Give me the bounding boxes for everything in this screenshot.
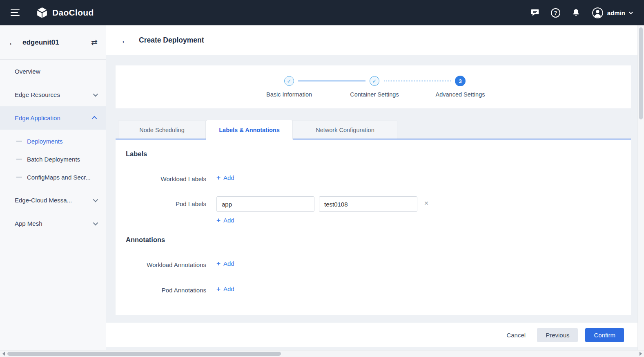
- tab-bar: Node Scheduling Labels & Annotations Net…: [116, 120, 631, 139]
- sidebar-item-label: Overview: [15, 68, 40, 75]
- page-title: Create Deployment: [139, 36, 204, 45]
- pod-annotations-label: Pod Annotations: [116, 287, 206, 294]
- tab-node-scheduling[interactable]: Node Scheduling: [118, 121, 206, 139]
- tab-labels-annotations[interactable]: Labels & Annotations: [206, 120, 293, 139]
- add-label-text: Add: [223, 285, 234, 292]
- user-name: admin: [607, 9, 625, 16]
- page-back-icon[interactable]: ←: [121, 36, 129, 45]
- screen: DaoCloud ?: [0, 0, 644, 357]
- step-connector-dotted: [384, 81, 451, 81]
- plus-icon: +: [216, 217, 221, 224]
- plus-icon: +: [216, 174, 221, 181]
- messages-icon[interactable]: [530, 8, 540, 18]
- workload-labels-label: Workload Labels: [116, 175, 206, 182]
- horizontal-scrollbar[interactable]: [0, 350, 644, 357]
- switch-workspace-icon[interactable]: ⇄: [91, 38, 98, 46]
- sidebar-item-label: Deployments: [27, 138, 63, 145]
- horizontal-scrollbar-thumb[interactable]: [7, 352, 281, 356]
- step-connector-solid: [298, 81, 365, 81]
- sidebar-item-label: Edge-Cloud Messa...: [15, 197, 72, 204]
- add-pod-annotation-button[interactable]: + Add: [216, 285, 234, 292]
- add-workload-annotation-button[interactable]: + Add: [216, 260, 234, 267]
- add-pod-label-button[interactable]: + Add: [216, 217, 234, 224]
- sidebar-item-deployments[interactable]: Deployments: [0, 132, 106, 150]
- daocloud-logo-icon: [36, 7, 48, 19]
- check-icon: ✓: [287, 78, 292, 84]
- notifications-bell-icon[interactable]: [571, 8, 581, 18]
- sidebar-header: ← edgeunit01 ⇄: [0, 25, 106, 60]
- previous-button[interactable]: Previous: [537, 328, 578, 342]
- sidebar-item-label: ConfigMaps and Secr...: [27, 174, 91, 181]
- avatar-icon: [592, 7, 604, 19]
- chevron-down-icon: [93, 92, 98, 97]
- add-label-text: Add: [223, 174, 234, 181]
- tab-network-configuration[interactable]: Network Configuration: [293, 121, 397, 139]
- page-header: ← Create Deployment: [106, 25, 637, 55]
- user-menu[interactable]: admin: [592, 7, 632, 19]
- pod-label-value-input[interactable]: [319, 196, 417, 212]
- dash-icon: [16, 177, 22, 177]
- sidebar-item-label: Edge Application: [15, 115, 60, 121]
- plus-icon: +: [216, 285, 221, 292]
- sidebar-item-label: Batch Deployments: [27, 156, 80, 163]
- add-label-text: Add: [223, 260, 234, 267]
- footer-actions: Cancel Previous Confirm: [106, 323, 637, 347]
- labels-annotations-panel: Labels Workload Labels + Add Pod Labels …: [116, 139, 631, 315]
- help-icon[interactable]: ?: [551, 8, 560, 18]
- step-1-label: Basic Information: [266, 91, 312, 98]
- plus-icon: +: [216, 260, 221, 267]
- pod-labels-label: Pod Labels: [116, 200, 206, 207]
- brand-name: DaoCloud: [52, 8, 94, 18]
- sidebar-item-edge-cloud-message[interactable]: Edge-Cloud Messa...: [0, 189, 106, 212]
- workspace-name: edgeunit01: [22, 38, 59, 47]
- annotations-section-title: Annotations: [126, 236, 165, 244]
- sidebar-item-overview[interactable]: Overview: [0, 60, 106, 83]
- check-icon: ✓: [372, 78, 377, 84]
- edge-application-submenu: Deployments Batch Deployments ConfigMaps…: [0, 130, 106, 189]
- remove-pod-label-icon[interactable]: ×: [422, 199, 431, 208]
- sidebar-back-icon[interactable]: ←: [8, 38, 17, 47]
- labels-section-title: Labels: [126, 150, 147, 158]
- top-header: DaoCloud ?: [0, 0, 644, 25]
- user-chevron-down-icon[interactable]: [629, 10, 633, 14]
- vertical-scrollbar[interactable]: [637, 25, 644, 350]
- cancel-button[interactable]: Cancel: [502, 328, 530, 342]
- step-2-label: Container Settings: [350, 91, 399, 98]
- hamburger-menu-icon[interactable]: [11, 9, 20, 16]
- chevron-down-icon: [93, 220, 98, 226]
- sidebar: ← edgeunit01 ⇄ Overview Edge Resources E…: [0, 25, 106, 350]
- sidebar-nav: Overview Edge Resources Edge Application…: [0, 60, 106, 235]
- scroll-right-arrow[interactable]: [637, 350, 644, 357]
- dash-icon: [16, 141, 22, 141]
- step-1-done-icon: ✓: [284, 76, 294, 86]
- add-workload-label-button[interactable]: + Add: [216, 174, 234, 181]
- workload-annotations-label: Workload Annotations: [116, 261, 206, 268]
- sidebar-item-label: App Mesh: [15, 220, 42, 227]
- brand: DaoCloud: [36, 7, 94, 19]
- dash-icon: [16, 159, 22, 159]
- main-content: ← Create Deployment ✓ ✓ 3 Basic Informat…: [106, 25, 637, 350]
- chevron-up-icon: [92, 116, 97, 121]
- scroll-left-arrow[interactable]: [0, 350, 7, 357]
- sidebar-item-label: Edge Resources: [15, 91, 60, 98]
- step-2-done-icon: ✓: [370, 76, 379, 86]
- chevron-down-icon: [93, 197, 98, 202]
- step-3-label: Advanced Settings: [436, 91, 485, 98]
- top-actions: ? admin: [530, 7, 632, 19]
- vertical-scrollbar-thumb[interactable]: [639, 27, 643, 119]
- add-label-text: Add: [223, 217, 234, 224]
- step-number: 3: [459, 78, 461, 84]
- stepper: ✓ ✓ 3 Basic Information Container Settin…: [116, 65, 631, 108]
- sidebar-item-configmaps-secrets[interactable]: ConfigMaps and Secr...: [0, 168, 106, 186]
- sidebar-item-edge-resources[interactable]: Edge Resources: [0, 83, 106, 106]
- sidebar-item-batch-deployments[interactable]: Batch Deployments: [0, 150, 106, 168]
- step-3-current-icon: 3: [455, 76, 466, 86]
- sidebar-item-app-mesh[interactable]: App Mesh: [0, 212, 106, 235]
- confirm-button[interactable]: Confirm: [585, 328, 624, 342]
- pod-label-key-input[interactable]: [216, 196, 314, 212]
- sidebar-item-edge-application[interactable]: Edge Application: [0, 106, 106, 130]
